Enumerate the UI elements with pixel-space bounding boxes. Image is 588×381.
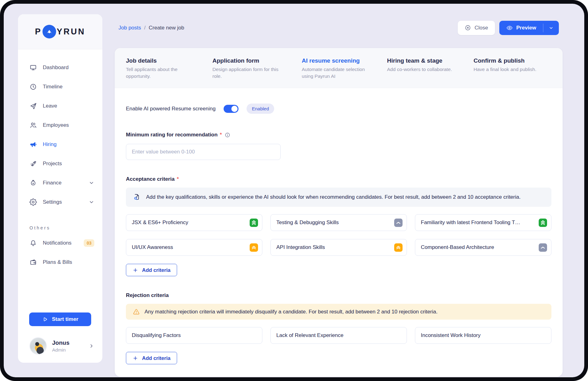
criteria-chip[interactable]: Disqualifying Factors	[126, 327, 262, 344]
sidebar-item-label: Employees	[43, 122, 94, 128]
step-desc: Add co-workers to collaborate.	[387, 66, 459, 73]
breadcrumb-current: Create new job	[149, 25, 184, 31]
acceptance-criteria-list: JSX & ES6+ Proficiency Testing & Debuggi…	[126, 214, 551, 256]
user-profile[interactable]: Jonus Admin	[29, 337, 94, 355]
add-criteria-label: Add criteria	[142, 267, 171, 273]
step-confirm-publish[interactable]: Confirm & publish Have a final look and …	[474, 57, 551, 80]
close-button[interactable]: Close	[458, 21, 495, 35]
priority-badge-icon[interactable]	[250, 243, 258, 252]
sidebar-item-notifications[interactable]: Notifications 03	[18, 233, 102, 253]
rejection-warning-text: Any matching rejection criteria will imm…	[145, 309, 438, 315]
criteria-chip[interactable]: Familiarity with latest Frontend Tooling…	[415, 214, 551, 231]
rejection-criteria-label-row: Rejection criteria	[126, 292, 551, 299]
money-bag-icon	[29, 179, 37, 187]
payrun-logo[interactable]: P YRUN	[35, 25, 86, 38]
step-desc: Tell applicants about the opportunity.	[126, 66, 198, 80]
sidebar-item-label: Finance	[43, 180, 89, 186]
document-search-icon	[133, 193, 141, 201]
breadcrumb-job-posts[interactable]: Job posts	[118, 25, 141, 31]
sidebar-item-label: Plans & Bills	[43, 259, 94, 265]
rejection-criteria-section: Rejection criteria Any matching rejectio…	[126, 292, 551, 364]
min-rating-label-row: Minimum rating for recommendation *	[126, 132, 551, 138]
people-icon	[29, 122, 37, 129]
step-title: Application form	[212, 57, 287, 64]
screening-toggle[interactable]	[224, 105, 238, 113]
step-title: Job details	[126, 57, 198, 64]
chevron-down-icon	[89, 199, 94, 205]
bell-icon	[29, 239, 37, 247]
sidebar-item-dashboard[interactable]: Dashboard	[18, 58, 102, 77]
sidebar-item-finance[interactable]: Finance	[18, 173, 102, 193]
sidebar-item-label: Hiring	[43, 141, 94, 148]
sidebar-item-projects[interactable]: Projects	[18, 154, 102, 173]
criteria-label: Disqualifying Factors	[132, 332, 258, 339]
step-title: Confirm & publish	[474, 57, 537, 64]
criteria-chip[interactable]: API Integration Skills	[270, 239, 407, 256]
main-area: Job posts / Create new job Close Previ	[115, 4, 563, 377]
sidebar-item-settings[interactable]: Settings	[18, 193, 102, 212]
start-timer-button[interactable]: Start timer	[29, 312, 91, 326]
sidebar-item-hiring[interactable]: Hiring	[18, 135, 102, 154]
preview-button[interactable]: Preview	[499, 21, 543, 35]
sidebar-item-employees[interactable]: Employees	[18, 116, 102, 135]
notification-count-badge: 03	[84, 239, 94, 247]
monitor-icon	[29, 64, 37, 71]
wizard-steps: Job details Tell applicants about the op…	[115, 48, 563, 88]
criteria-label: Component-Based Architecture	[421, 244, 535, 250]
criteria-chip[interactable]: Testing & Debugging Skills	[270, 214, 407, 231]
sidebar-item-label: Timeline	[43, 84, 94, 90]
clock-icon	[29, 83, 37, 91]
priority-badge-icon[interactable]	[394, 243, 403, 252]
eye-icon	[506, 24, 513, 31]
sidebar-item-label: Settings	[43, 199, 89, 205]
criteria-chip[interactable]: Lack of Relevant Experience	[270, 327, 407, 344]
priority-badge-icon[interactable]	[250, 219, 258, 227]
rejection-criteria-list: Disqualifying Factors Lack of Relevant E…	[126, 327, 551, 344]
add-rejection-criteria-button[interactable]: Add criteria	[126, 352, 177, 364]
step-ai-resume-screening[interactable]: AI resume screening Automate candidate s…	[302, 57, 387, 80]
sidebar-item-timeline[interactable]: Timeline	[18, 77, 102, 96]
chevron-down-icon	[548, 25, 554, 31]
preview-dropdown-toggle[interactable]	[543, 21, 559, 35]
add-acceptance-criteria-button[interactable]: Add criteria	[126, 264, 177, 276]
sidebar-item-plans-bills[interactable]: Plans & Bills	[18, 253, 102, 272]
airplane-icon	[29, 102, 37, 110]
breadcrumb: Job posts / Create new job	[118, 25, 184, 31]
required-asterisk: *	[220, 132, 222, 138]
required-asterisk: *	[177, 176, 179, 182]
priority-badge-icon[interactable]	[539, 243, 547, 252]
close-button-label: Close	[474, 25, 488, 31]
warning-triangle-icon	[133, 308, 140, 315]
enabled-status-badge: Enabled	[247, 104, 274, 114]
step-job-details[interactable]: Job details Tell applicants about the op…	[126, 57, 212, 80]
criteria-label: Inconsistent Work History	[421, 332, 547, 339]
plus-icon	[132, 267, 138, 273]
breadcrumb-separator: /	[144, 25, 146, 31]
app-background: P YRUN Dashboard Timeline	[4, 4, 584, 377]
play-icon	[42, 316, 48, 322]
priority-badge-icon[interactable]	[394, 219, 403, 227]
preview-split-button[interactable]: Preview	[499, 21, 559, 35]
add-criteria-label: Add criteria	[142, 355, 171, 361]
acceptance-criteria-section: Acceptance criteria * Add the key qualif…	[126, 176, 551, 276]
start-timer-label: Start timer	[52, 316, 78, 322]
others-section-label: Others	[18, 212, 102, 233]
min-rating-field: Minimum rating for recommendation *	[126, 132, 551, 160]
sidebar-item-leave[interactable]: Leave	[18, 96, 102, 116]
app-window: P YRUN Dashboard Timeline	[0, 0, 588, 381]
criteria-chip[interactable]: Inconsistent Work History	[415, 327, 551, 344]
criteria-chip[interactable]: UI/UX Awareness	[126, 239, 262, 256]
info-icon[interactable]	[225, 132, 230, 138]
logo-area: P YRUN	[18, 14, 102, 49]
sidebar-nav: Dashboard Timeline Leave Employees	[18, 49, 102, 272]
topbar: Job posts / Create new job Close Previ	[115, 4, 563, 48]
min-rating-input[interactable]	[126, 144, 281, 160]
criteria-chip[interactable]: JSX & ES6+ Proficiency	[126, 214, 262, 231]
user-name: Jonus	[52, 339, 89, 346]
step-hiring-team-stage[interactable]: Hiring team & stage Add co-workers to co…	[387, 57, 474, 80]
step-application-form[interactable]: Application form Design application form…	[212, 57, 302, 80]
priority-badge-icon[interactable]	[539, 219, 547, 227]
logo-text-pre: P	[35, 27, 42, 37]
logo-text-post: YRUN	[57, 27, 86, 37]
criteria-chip[interactable]: Component-Based Architecture	[415, 239, 551, 256]
